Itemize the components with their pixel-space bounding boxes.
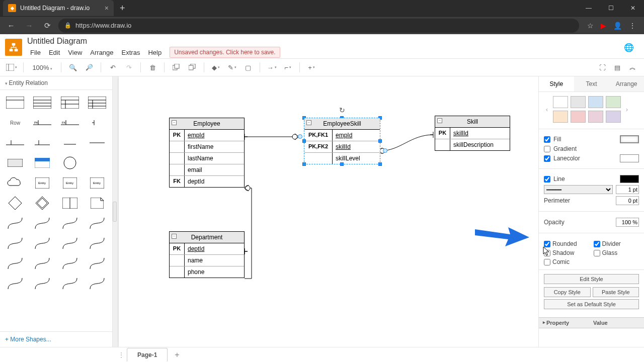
line-checkbox[interactable]: [544, 176, 550, 183]
shape-conn-3[interactable]: [59, 215, 81, 232]
bookmark-icon[interactable]: ☆: [587, 22, 594, 30]
perimeter-input[interactable]: [616, 196, 639, 205]
fill-checkbox[interactable]: [544, 136, 550, 143]
shape-conn-15[interactable]: [59, 275, 81, 292]
shadow-checkbox[interactable]: Shadow: [544, 249, 590, 256]
shape-entity-2[interactable]: Entity: [59, 174, 81, 192]
more-shapes-button[interactable]: + More Shapes...: [0, 331, 112, 347]
shape-row-pk[interactable]: PK: [31, 114, 53, 131]
swatch-prev-icon[interactable]: ‹: [544, 106, 550, 113]
shape-diamond-2[interactable]: [31, 195, 53, 212]
fold-icon[interactable]: −: [172, 234, 177, 239]
shape-row-5[interactable]: [4, 134, 26, 151]
shape-conn-4[interactable]: [86, 215, 108, 232]
shape-table-1[interactable]: [4, 94, 26, 111]
connection-endpoint[interactable]: [383, 148, 387, 153]
shape-blue-box[interactable]: [31, 154, 53, 171]
fold-icon[interactable]: −: [437, 118, 442, 123]
shape-note[interactable]: [86, 195, 108, 212]
erd-table-skill[interactable]: −Skill PKskillId skillDescription: [435, 116, 510, 151]
shape-conn-12[interactable]: [86, 255, 108, 272]
rotate-handle-icon[interactable]: ↻: [339, 106, 345, 114]
erd-table-employee[interactable]: −Employee PKempId firstName lastName ema…: [169, 118, 245, 188]
fill-color-chip[interactable]: [620, 135, 639, 143]
forward-button[interactable]: →: [22, 19, 36, 33]
shape-entity-1[interactable]: Entity: [31, 174, 53, 192]
swatch[interactable]: [571, 96, 586, 108]
window-maximize-button[interactable]: ☐: [600, 0, 622, 16]
shape-conn-11[interactable]: [59, 255, 81, 272]
url-field[interactable]: 🔒 https://www.draw.io: [58, 19, 579, 33]
delete-button[interactable]: 🗑: [146, 61, 159, 74]
zoom-in-button[interactable]: 🔍: [66, 61, 79, 74]
shape-conn-2[interactable]: [31, 215, 53, 232]
window-close-button[interactable]: ✕: [622, 0, 644, 16]
shape-conn-6[interactable]: [31, 235, 53, 252]
swatch[interactable]: [553, 111, 568, 123]
browser-tab[interactable]: ◆ Untitled Diagram - draw.io ×: [3, 0, 114, 16]
tab-text[interactable]: Text: [574, 76, 609, 92]
shape-table-3[interactable]: [59, 94, 81, 111]
swatch[interactable]: [588, 111, 603, 123]
shape-circle[interactable]: [59, 154, 81, 171]
pages-menu-icon[interactable]: ⋮: [118, 351, 125, 358]
menu-arrange[interactable]: Arrange: [87, 48, 116, 57]
erd-table-employeeskill[interactable]: ↻ ◆ −EmployeeSkill PK,FK1empId PK,FK2ski…: [304, 118, 380, 164]
youtube-extension-icon[interactable]: ▶: [601, 22, 606, 30]
to-back-button[interactable]: [186, 61, 199, 74]
line-width-input[interactable]: [616, 185, 639, 194]
opacity-input[interactable]: [616, 218, 639, 227]
set-default-style-button[interactable]: Set as Default Style: [544, 299, 639, 309]
shape-title-box[interactable]: [4, 154, 26, 171]
swatch-next-icon[interactable]: ›: [624, 106, 630, 113]
format-panel-toggle[interactable]: ▤: [611, 61, 624, 74]
drawio-logo[interactable]: [5, 39, 22, 56]
swatch[interactable]: [606, 111, 621, 123]
tab-style[interactable]: Style: [539, 76, 574, 92]
swatch[interactable]: [606, 96, 621, 108]
shape-conn-7[interactable]: [59, 235, 81, 252]
zoom-out-button[interactable]: 🔎: [83, 61, 96, 74]
view-mode-button[interactable]: [5, 61, 18, 74]
tab-arrange[interactable]: Arrange: [609, 76, 644, 92]
edit-style-button[interactable]: Edit Style: [544, 274, 639, 284]
shape-row-sep[interactable]: [86, 114, 108, 131]
waypoints-button[interactable]: ⌐: [281, 61, 294, 74]
divider-checkbox[interactable]: Divider: [594, 240, 639, 247]
gradient-checkbox[interactable]: [544, 146, 550, 152]
shape-conn-1[interactable]: [4, 215, 26, 232]
reload-button[interactable]: ⟳: [40, 19, 54, 33]
shape-entity-3[interactable]: Entity: [86, 174, 108, 192]
sidebar-section-entity-relation[interactable]: Entity Relation: [0, 76, 112, 90]
fullscreen-button[interactable]: ⛶: [596, 61, 609, 74]
shape-table-4[interactable]: [86, 94, 108, 111]
fill-color-button[interactable]: ◆: [209, 61, 222, 74]
shape-conn-5[interactable]: [4, 235, 26, 252]
line-color-button[interactable]: ✎: [225, 61, 238, 74]
shape-conn-13[interactable]: [4, 275, 26, 292]
connection-button[interactable]: →: [265, 61, 278, 74]
shape-hr[interactable]: [86, 134, 108, 151]
line-color-chip[interactable]: [620, 175, 639, 183]
shape-conn-16[interactable]: [86, 275, 108, 292]
fold-icon[interactable]: −: [306, 120, 311, 125]
profile-avatar-icon[interactable]: 👤: [613, 22, 622, 30]
shape-conn-8[interactable]: [86, 235, 108, 252]
comic-checkbox[interactable]: Comic: [544, 258, 590, 265]
canvas-area[interactable]: −Employee PKempId firstName lastName ema…: [113, 76, 538, 347]
document-title[interactable]: Untitled Diagram: [27, 37, 280, 46]
copy-style-button[interactable]: Copy Style: [544, 287, 591, 297]
shape-conn-9[interactable]: [4, 255, 26, 272]
shape-row-label[interactable]: Row: [4, 114, 26, 131]
shape-split-box[interactable]: [59, 195, 81, 212]
properties-header[interactable]: Property Value: [539, 317, 644, 328]
menu-extras[interactable]: Extras: [119, 48, 143, 57]
menu-help[interactable]: Help: [145, 48, 165, 57]
window-minimize-button[interactable]: —: [578, 0, 600, 16]
menu-file[interactable]: File: [27, 48, 44, 57]
connection-endpoint[interactable]: [298, 134, 302, 139]
add-page-button[interactable]: +: [170, 348, 184, 361]
zoom-level[interactable]: 100%: [29, 64, 56, 71]
shape-row-6[interactable]: [31, 134, 53, 151]
erd-table-department[interactable]: −Department PKdeptId name phone: [169, 231, 245, 278]
